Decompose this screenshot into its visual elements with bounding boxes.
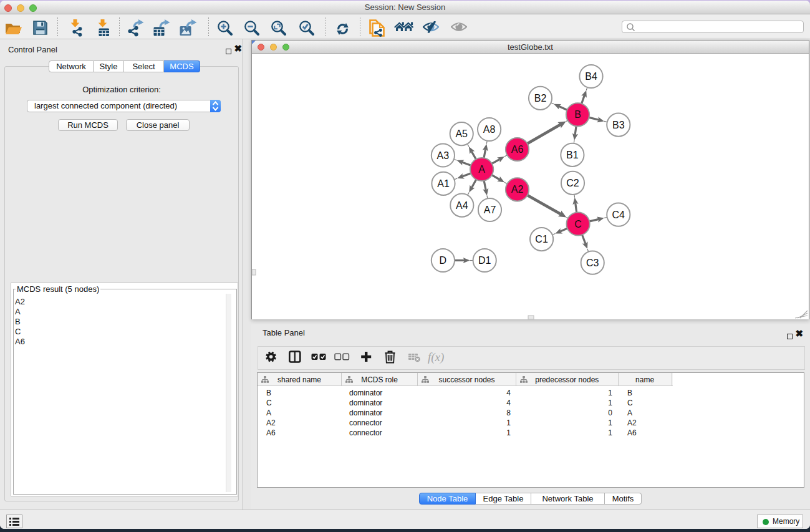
svg-text:A: A <box>478 164 485 175</box>
svg-text:C4: C4 <box>612 210 625 220</box>
svg-text:C2: C2 <box>566 178 579 188</box>
svg-text:D1: D1 <box>478 255 491 266</box>
svg-text:A5: A5 <box>455 128 468 139</box>
svg-text:B: B <box>574 109 581 120</box>
svg-text:C3: C3 <box>586 258 599 268</box>
svg-text:B2: B2 <box>534 93 547 104</box>
svg-text:B1: B1 <box>566 150 579 160</box>
svg-text:A4: A4 <box>456 200 468 211</box>
svg-text:B4: B4 <box>585 71 597 82</box>
svg-text:D: D <box>440 255 447 266</box>
svg-text:B3: B3 <box>612 120 625 130</box>
svg-text:C: C <box>574 219 582 230</box>
svg-text:A1: A1 <box>437 178 450 189</box>
svg-text:A6: A6 <box>511 144 524 155</box>
svg-text:A8: A8 <box>483 124 496 135</box>
svg-text:A7: A7 <box>484 205 496 215</box>
svg-text:C1: C1 <box>535 234 548 244</box>
svg-text:A3: A3 <box>437 150 450 161</box>
svg-text:f(x): f(x) <box>428 351 444 364</box>
svg-text:A2: A2 <box>511 184 524 195</box>
